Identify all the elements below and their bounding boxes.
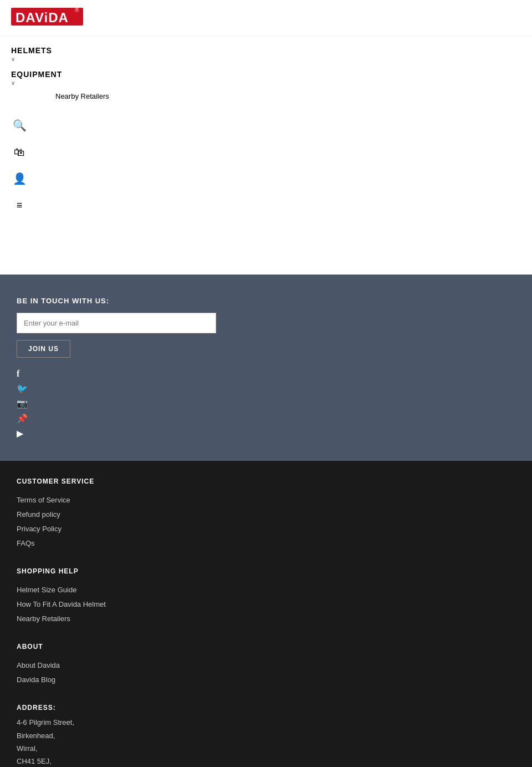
newsletter-title: BE IN TOUCH WITH US: [17,297,515,305]
header: DAViDA ® [0,0,532,36]
email-input[interactable] [17,313,216,333]
logo[interactable]: DAViDA ® [11,6,521,30]
svg-text:DAViDA: DAViDA [16,10,69,25]
main-content [0,219,532,275]
submenu: Nearby Retailers [11,89,521,106]
terms-link[interactable]: Terms of Service [17,493,515,507]
newsletter-section: BE IN TOUCH WITH US: JOIN US f 🐦 📷 📌 ▶ [0,275,532,461]
customer-service-heading: CUSTOMER SERVICE [17,478,515,485]
refund-link[interactable]: Refund policy [17,507,515,522]
privacy-link[interactable]: Privacy Policy [17,522,515,536]
user-icon[interactable]: 👤 [11,170,28,187]
nearby-retailers-link[interactable]: Nearby Retailers [17,612,515,626]
twitter-icon[interactable]: 🐦 [17,383,28,394]
filter-icon[interactable]: ≡ [11,197,28,214]
shopping-help-links: Helmet Size Guide How To Fit A Davida He… [17,583,515,626]
about-davida-link[interactable]: About Davida [17,658,515,673]
address-label: ADDRESS: [17,704,515,712]
address-line-3: Wirral, [17,742,515,755]
nav-equipment[interactable]: EQUIPMENT [11,65,521,80]
customer-service-links: Terms of Service Refund policy Privacy P… [17,493,515,551]
about-links: About Davida Davida Blog [17,658,515,687]
submenu-nearby-retailers[interactable]: Nearby Retailers [55,92,521,101]
facebook-icon[interactable]: f [17,369,28,379]
address-line-1: 4-6 Pilgrim Street, [17,716,515,729]
svg-text:®: ® [75,7,79,13]
icon-row: 🔍 🛍 👤 ≡ [0,111,532,219]
footer-section: CUSTOMER SERVICE Terms of Service Refund… [0,461,532,767]
address-line-4: CH41 5EJ, [17,755,515,767]
davida-blog-link[interactable]: Davida Blog [17,673,515,687]
youtube-icon[interactable]: ▶ [17,428,28,439]
equipment-chevron: ∨ [11,80,521,89]
join-us-button[interactable]: JOIN US [17,340,70,358]
faqs-link[interactable]: FAQs [17,536,515,551]
shopping-help-heading: SHOPPING HELP [17,567,515,575]
how-to-fit-link[interactable]: How To Fit A Davida Helmet [17,597,515,612]
bag-icon[interactable]: 🛍 [11,144,28,160]
pinterest-icon[interactable]: 📌 [17,413,28,424]
address-section: ADDRESS: 4-6 Pilgrim Street, Birkenhead,… [17,704,515,767]
helmets-chevron: ∨ [11,56,521,65]
search-icon[interactable]: 🔍 [11,117,28,134]
nav-helmets[interactable]: HELMETS [11,42,521,56]
helmet-size-guide-link[interactable]: Helmet Size Guide [17,583,515,597]
nav-section: HELMETS ∨ EQUIPMENT ∨ Nearby Retailers [0,36,532,111]
social-icons: f 🐦 📷 📌 ▶ [17,369,515,439]
instagram-icon[interactable]: 📷 [17,398,28,409]
about-heading: ABOUT [17,643,515,651]
address-line-2: Birkenhead, [17,729,515,742]
